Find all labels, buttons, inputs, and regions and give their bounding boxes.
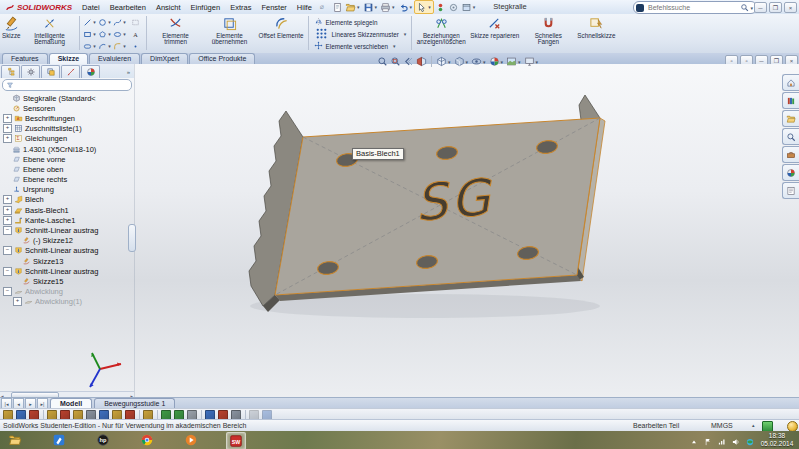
taskbar-app-solidworks[interactable]: SW [226, 432, 246, 449]
tree-item-ursprung[interactable]: Ursprung [0, 185, 134, 195]
fillet-tool-button[interactable]: ▾ [113, 40, 128, 52]
qa-open-button[interactable]: ▾ [344, 1, 362, 13]
circle-tool-button[interactable]: ▾ [98, 16, 113, 28]
tree-item-schnitt-linear-austrag[interactable]: −Schnitt-Linear austrag [0, 246, 134, 256]
tree-expand-icon[interactable]: + [3, 216, 12, 225]
rect-select-tool-button[interactable] [128, 16, 143, 28]
macro-button[interactable] [3, 410, 13, 420]
spline-tool-button[interactable]: ▾ [113, 16, 128, 28]
tray-up-button[interactable] [689, 433, 699, 449]
view-settings-button[interactable]: ▾ [524, 56, 540, 67]
tray-net-button[interactable] [717, 433, 727, 449]
qa-save-button[interactable]: ▾ [362, 1, 380, 13]
units-selector[interactable]: MMGS [711, 422, 733, 429]
panel-tab-cfg[interactable] [41, 65, 60, 78]
macro-button[interactable] [205, 410, 215, 420]
tree-expand-icon[interactable]: + [3, 114, 12, 123]
hide-items-button[interactable]: ▾ [471, 56, 487, 67]
qa-print-button[interactable]: ▾ [379, 1, 397, 13]
ellipse-tool-button[interactable]: ▾ [113, 28, 128, 40]
tree-item-ebene-vorne[interactable]: Ebene vorne [0, 154, 134, 164]
macro-button[interactable] [249, 410, 259, 420]
linear-pattern-button[interactable]: Lineares Skizzenmuster▾ [311, 28, 410, 40]
taskpane-tp-props-tab[interactable] [782, 182, 799, 199]
macro-button[interactable] [60, 410, 70, 420]
panel-tab-appearance[interactable] [81, 65, 100, 78]
polygon-tool-button[interactable]: ▾ [98, 28, 113, 40]
tree-item-stegkralle-standard-[interactable]: Stegkralle (Standard< [0, 93, 134, 103]
sg-engraving[interactable]: SG [413, 168, 496, 233]
tree-item-skizze15[interactable]: Skizze15 [0, 276, 134, 286]
taskbar-clock[interactable]: 18:38 05.02.2014 [757, 432, 797, 448]
point-tool-button[interactable] [128, 40, 143, 52]
search-input[interactable] [646, 3, 740, 12]
tab-dimxpert[interactable]: DimXpert [141, 53, 188, 64]
taskpane-tp-toolbox-tab[interactable] [782, 146, 799, 163]
tree-item-abwicklung[interactable]: −Abwicklung [0, 287, 134, 297]
taskpane-tp-home-tab[interactable] [782, 74, 799, 91]
taskbar-app-media-player[interactable] [182, 432, 200, 448]
text-tool-tool-button[interactable]: A [128, 28, 143, 40]
arc-tool-button[interactable]: ▾ [98, 40, 113, 52]
macro-button[interactable] [29, 410, 39, 420]
slot-tool-button[interactable]: ▾ [83, 40, 98, 52]
rapid-sketch-button[interactable]: Schnellskizze [575, 15, 617, 53]
offset-entities-button[interactable]: Offset Elemente [257, 15, 306, 53]
menu-datei[interactable]: Datei [77, 2, 105, 13]
panel-tab-dx[interactable] [61, 65, 80, 78]
tree-item-ebene-oben[interactable]: Ebene oben [0, 164, 134, 174]
tree-item-skizze13[interactable]: Skizze13 [0, 256, 134, 266]
search-caret-icon[interactable]: ▾ [750, 5, 753, 11]
close-button[interactable]: × [784, 2, 797, 13]
tree-item--skizze12[interactable]: (-) Skizze12 [0, 236, 134, 246]
tree-item-zuschnittsliste-1-[interactable]: +Zuschnittsliste(1) [0, 124, 134, 134]
restore-button[interactable]: ❒ [769, 2, 782, 13]
tree-item-kante-lasche1[interactable]: +Kante-Lasche1 [0, 215, 134, 225]
tree-filter[interactable] [2, 79, 132, 91]
tray-ball-button[interactable] [745, 433, 755, 449]
tree-item-blech[interactable]: +Blech [0, 195, 134, 205]
smart-dimension-button[interactable]: Intelligente Bemaßung [23, 15, 77, 53]
panel-splitter-handle[interactable] [128, 224, 136, 252]
macro-button[interactable] [73, 410, 83, 420]
tree-expand-icon[interactable]: − [3, 267, 12, 276]
command-search[interactable]: ▾ [633, 1, 757, 14]
macro-button[interactable] [143, 410, 153, 420]
macro-button[interactable] [174, 410, 184, 420]
macro-button[interactable] [99, 410, 109, 420]
pin-icon[interactable]: ⌀ [320, 3, 324, 11]
tray-flag-button[interactable] [703, 433, 713, 449]
scene-button[interactable]: ▾ [506, 56, 522, 67]
tree-item-1-4301-x5crni18-10-[interactable]: 1.4301 (X5CrNi18-10) [0, 144, 134, 154]
display-relations-button[interactable]: Beziehungen anzeigen/löschen [414, 15, 468, 53]
macro-button[interactable] [262, 410, 272, 420]
qa-new-button[interactable] [331, 1, 344, 13]
menu-einfügen[interactable]: Einfügen [186, 2, 226, 13]
tree-expand-icon[interactable]: + [13, 297, 22, 306]
taskbar-app-blue-app[interactable] [50, 432, 68, 448]
taskpane-tp-search-tab[interactable] [782, 128, 799, 145]
menu-fenster[interactable]: Fenster [256, 2, 291, 13]
macro-button[interactable] [47, 410, 57, 420]
tab-office-produkte[interactable]: Office Produkte [189, 53, 255, 64]
tab-features[interactable]: Features [2, 53, 48, 64]
qa-select-button[interactable]: ▾ [414, 0, 434, 14]
sketch-button[interactable]: Skizze [0, 15, 23, 53]
tree-item-basis-blech1[interactable]: +Basis-Blech1 [0, 205, 134, 215]
search-icon[interactable] [740, 3, 749, 12]
tree-item-schnitt-linear-austrag[interactable]: −Schnitt-Linear austrag [0, 266, 134, 276]
macro-button[interactable] [16, 410, 26, 420]
repair-sketch-button[interactable]: Skizze reparieren [468, 15, 521, 53]
menu-ansicht[interactable]: Ansicht [151, 2, 186, 13]
convert-entities-button[interactable]: Elemente übernehmen [203, 15, 257, 53]
quick-snaps-button[interactable]: Schnelles Fangen [521, 15, 575, 53]
panel-tabs-overflow-icon[interactable]: » [127, 69, 133, 75]
taskbar-app-chrome[interactable] [138, 432, 156, 448]
macro-button[interactable] [231, 410, 241, 420]
tree-expand-icon[interactable]: + [3, 195, 12, 204]
appearance-button[interactable]: ▾ [489, 56, 505, 67]
macro-button[interactable] [86, 410, 96, 420]
minimize-button[interactable]: ─ [754, 2, 767, 13]
taskpane-appearance-tab[interactable] [782, 164, 799, 181]
macro-button[interactable] [218, 410, 228, 420]
